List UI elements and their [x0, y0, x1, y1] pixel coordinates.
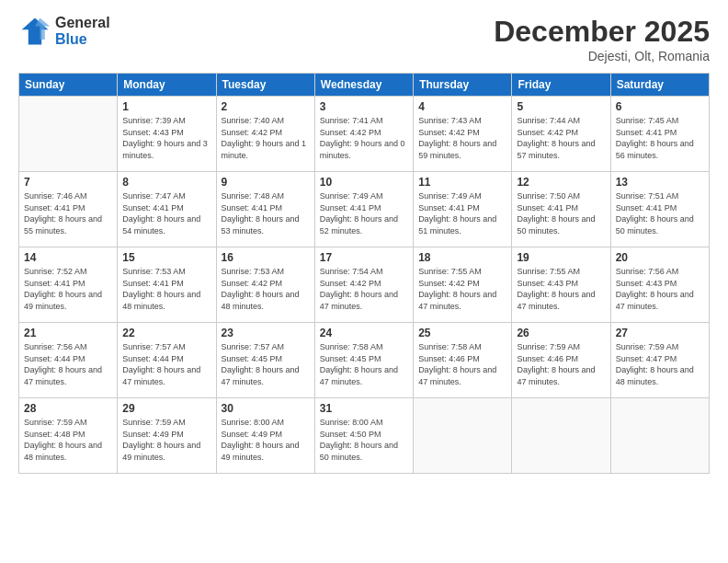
cell-info: Sunrise: 7:59 AMSunset: 4:46 PMDaylight:…	[517, 341, 605, 387]
day-number: 3	[320, 100, 408, 113]
calendar-cell: 12Sunrise: 7:50 AMSunset: 4:41 PMDayligh…	[512, 172, 610, 247]
cell-info: Sunrise: 7:45 AMSunset: 4:41 PMDaylight:…	[616, 115, 704, 161]
day-number: 19	[517, 251, 605, 264]
day-number: 28	[24, 402, 112, 415]
day-number: 5	[517, 100, 605, 113]
logo-general: General	[55, 15, 110, 30]
day-header: Friday	[512, 74, 610, 97]
day-header: Sunday	[19, 74, 118, 97]
cell-info: Sunrise: 7:53 AMSunset: 4:42 PMDaylight:…	[222, 266, 310, 312]
location: Dejesti, Olt, Romania	[494, 49, 710, 63]
calendar-cell: 29Sunrise: 7:59 AMSunset: 4:49 PMDayligh…	[118, 398, 216, 474]
calendar-cell: 15Sunrise: 7:53 AMSunset: 4:41 PMDayligh…	[118, 247, 216, 323]
calendar-cell: 3Sunrise: 7:41 AMSunset: 4:42 PMDaylight…	[314, 97, 413, 172]
calendar-cell: 14Sunrise: 7:52 AMSunset: 4:41 PMDayligh…	[19, 247, 118, 323]
cell-info: Sunrise: 7:57 AMSunset: 4:44 PMDaylight:…	[122, 341, 210, 387]
calendar-week-row: 1Sunrise: 7:39 AMSunset: 4:43 PMDaylight…	[19, 97, 710, 172]
day-number: 18	[418, 251, 506, 264]
day-number: 26	[517, 327, 605, 339]
day-header: Monday	[118, 74, 216, 97]
cell-info: Sunrise: 7:59 AMSunset: 4:49 PMDaylight:…	[122, 417, 210, 463]
calendar-cell: 4Sunrise: 7:43 AMSunset: 4:42 PMDaylight…	[414, 97, 512, 172]
calendar-cell: 17Sunrise: 7:54 AMSunset: 4:42 PMDayligh…	[314, 247, 413, 323]
calendar-cell	[610, 398, 709, 474]
day-header: Tuesday	[216, 74, 314, 97]
cell-info: Sunrise: 7:56 AMSunset: 4:44 PMDaylight:…	[24, 341, 112, 387]
day-number: 8	[122, 176, 210, 189]
page: General Blue December 2025 Dejesti, Olt,…	[0, 0, 728, 563]
calendar-cell: 5Sunrise: 7:44 AMSunset: 4:42 PMDaylight…	[512, 97, 610, 172]
calendar-cell: 13Sunrise: 7:51 AMSunset: 4:41 PMDayligh…	[610, 172, 709, 247]
calendar-cell	[512, 398, 610, 474]
day-number: 21	[24, 327, 112, 339]
day-number: 25	[418, 327, 506, 339]
calendar-cell: 1Sunrise: 7:39 AMSunset: 4:43 PMDaylight…	[118, 97, 216, 172]
calendar-cell: 9Sunrise: 7:48 AMSunset: 4:41 PMDaylight…	[216, 172, 314, 247]
cell-info: Sunrise: 7:54 AMSunset: 4:42 PMDaylight:…	[320, 266, 408, 312]
cell-info: Sunrise: 7:52 AMSunset: 4:41 PMDaylight:…	[24, 266, 112, 312]
day-number: 1	[122, 100, 210, 113]
calendar-week-row: 7Sunrise: 7:46 AMSunset: 4:41 PMDaylight…	[19, 172, 710, 247]
calendar-cell: 8Sunrise: 7:47 AMSunset: 4:41 PMDaylight…	[118, 172, 216, 247]
calendar-week-row: 21Sunrise: 7:56 AMSunset: 4:44 PMDayligh…	[19, 323, 710, 398]
cell-info: Sunrise: 7:40 AMSunset: 4:42 PMDaylight:…	[222, 115, 310, 161]
cell-info: Sunrise: 7:39 AMSunset: 4:43 PMDaylight:…	[122, 115, 210, 161]
calendar-cell: 26Sunrise: 7:59 AMSunset: 4:46 PMDayligh…	[512, 323, 610, 398]
day-number: 10	[320, 176, 408, 189]
calendar-cell: 2Sunrise: 7:40 AMSunset: 4:42 PMDaylight…	[216, 97, 314, 172]
calendar-table: SundayMondayTuesdayWednesdayThursdayFrid…	[18, 73, 710, 474]
cell-info: Sunrise: 7:55 AMSunset: 4:43 PMDaylight:…	[517, 266, 605, 312]
logo-text: General Blue	[55, 15, 110, 47]
cell-info: Sunrise: 7:44 AMSunset: 4:42 PMDaylight:…	[517, 115, 605, 161]
calendar-week-row: 14Sunrise: 7:52 AMSunset: 4:41 PMDayligh…	[19, 247, 710, 323]
cell-info: Sunrise: 7:51 AMSunset: 4:41 PMDaylight:…	[616, 190, 704, 236]
cell-info: Sunrise: 7:57 AMSunset: 4:45 PMDaylight:…	[222, 341, 310, 387]
cell-info: Sunrise: 7:53 AMSunset: 4:41 PMDaylight:…	[122, 266, 210, 312]
calendar-cell: 25Sunrise: 7:58 AMSunset: 4:46 PMDayligh…	[414, 323, 512, 398]
cell-info: Sunrise: 7:47 AMSunset: 4:41 PMDaylight:…	[122, 190, 210, 236]
day-header: Thursday	[414, 74, 512, 97]
calendar-cell: 24Sunrise: 7:58 AMSunset: 4:45 PMDayligh…	[314, 323, 413, 398]
logo: General Blue	[18, 15, 110, 48]
title-block: December 2025 Dejesti, Olt, Romania	[494, 15, 710, 63]
day-number: 6	[616, 100, 704, 113]
cell-info: Sunrise: 7:59 AMSunset: 4:47 PMDaylight:…	[616, 341, 704, 387]
cell-info: Sunrise: 7:56 AMSunset: 4:43 PMDaylight:…	[616, 266, 704, 312]
cell-info: Sunrise: 7:49 AMSunset: 4:41 PMDaylight:…	[320, 190, 408, 236]
day-number: 15	[122, 251, 210, 264]
cell-info: Sunrise: 7:46 AMSunset: 4:41 PMDaylight:…	[24, 190, 112, 236]
calendar-cell: 18Sunrise: 7:55 AMSunset: 4:42 PMDayligh…	[414, 247, 512, 323]
day-number: 24	[320, 327, 408, 339]
calendar-cell	[414, 398, 512, 474]
calendar-cell: 19Sunrise: 7:55 AMSunset: 4:43 PMDayligh…	[512, 247, 610, 323]
logo-blue: Blue	[55, 31, 87, 47]
cell-info: Sunrise: 7:58 AMSunset: 4:45 PMDaylight:…	[320, 341, 408, 387]
calendar-cell	[19, 97, 118, 172]
day-number: 22	[122, 327, 210, 339]
calendar-cell: 21Sunrise: 7:56 AMSunset: 4:44 PMDayligh…	[19, 323, 118, 398]
calendar-cell: 10Sunrise: 7:49 AMSunset: 4:41 PMDayligh…	[314, 172, 413, 247]
day-header: Wednesday	[314, 74, 413, 97]
day-number: 7	[24, 176, 112, 189]
cell-info: Sunrise: 7:41 AMSunset: 4:42 PMDaylight:…	[320, 115, 408, 161]
day-number: 20	[616, 251, 704, 264]
day-number: 17	[320, 251, 408, 264]
day-header: Saturday	[610, 74, 709, 97]
calendar-cell: 7Sunrise: 7:46 AMSunset: 4:41 PMDaylight…	[19, 172, 118, 247]
calendar-week-row: 28Sunrise: 7:59 AMSunset: 4:48 PMDayligh…	[19, 398, 710, 474]
day-number: 16	[222, 251, 310, 264]
calendar-cell: 11Sunrise: 7:49 AMSunset: 4:41 PMDayligh…	[414, 172, 512, 247]
calendar-cell: 27Sunrise: 7:59 AMSunset: 4:47 PMDayligh…	[610, 323, 709, 398]
cell-info: Sunrise: 7:58 AMSunset: 4:46 PMDaylight:…	[418, 341, 506, 387]
calendar-cell: 28Sunrise: 7:59 AMSunset: 4:48 PMDayligh…	[19, 398, 118, 474]
calendar-cell: 23Sunrise: 7:57 AMSunset: 4:45 PMDayligh…	[216, 323, 314, 398]
logo-icon	[18, 15, 51, 48]
cell-info: Sunrise: 7:43 AMSunset: 4:42 PMDaylight:…	[418, 115, 506, 161]
day-number: 31	[320, 402, 408, 415]
cell-info: Sunrise: 8:00 AMSunset: 4:50 PMDaylight:…	[320, 417, 408, 463]
calendar-cell: 31Sunrise: 8:00 AMSunset: 4:50 PMDayligh…	[314, 398, 413, 474]
day-number: 2	[222, 100, 310, 113]
header: General Blue December 2025 Dejesti, Olt,…	[18, 15, 710, 63]
calendar-cell: 22Sunrise: 7:57 AMSunset: 4:44 PMDayligh…	[118, 323, 216, 398]
cell-info: Sunrise: 7:50 AMSunset: 4:41 PMDaylight:…	[517, 190, 605, 236]
